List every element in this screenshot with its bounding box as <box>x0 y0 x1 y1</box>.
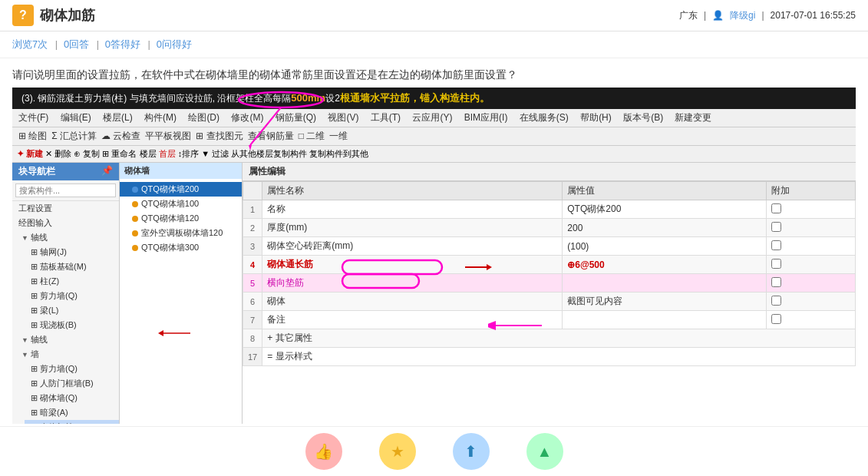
menu-bim[interactable]: BIM应用(I) <box>464 112 508 123</box>
prop-value-masonry-rebar[interactable]: ⊕6@500 <box>563 256 767 274</box>
sidebar-item-drawing-input[interactable]: 经图输入 <box>12 216 119 230</box>
toolbar-check[interactable]: ☁ 云检查 <box>101 130 140 143</box>
toolbar-flatview[interactable]: 平平板视图 <box>145 130 191 143</box>
table-row-highlighted2: 5 横向垫筋 <box>243 274 856 293</box>
toolbar-calc[interactable]: Σ 汇总计算 <box>51 130 97 143</box>
row-num-8: 8 <box>243 329 262 348</box>
toolbar-1d[interactable]: 一维 <box>329 130 348 143</box>
views-count[interactable]: 浏览7次 <box>12 38 48 50</box>
prop-item-qtq120[interactable]: QTQ砌体墙120 <box>120 211 242 226</box>
row-num-17: 17 <box>243 348 262 366</box>
prop-value-dist[interactable]: (100) <box>563 237 767 256</box>
sidebar-item-shear-wall[interactable]: ⊞ 剪力墙(Q) <box>25 362 119 376</box>
prop-value-horiz-rebar[interactable] <box>563 274 767 293</box>
sidebar-item-beam[interactable]: ⊞ 梁(L) <box>25 303 119 318</box>
sidebar-item-project-settings[interactable]: 工程设置 <box>12 201 119 216</box>
like-button[interactable]: 👍 <box>305 433 342 470</box>
toolbar-copy-to[interactable]: 复制构件到其他 <box>309 149 368 158</box>
menu-modify[interactable]: 修改(M) <box>231 112 263 123</box>
property-editor-title: 属性编辑 <box>243 163 856 181</box>
toolbar-new[interactable]: ✦ 新建 <box>17 149 43 158</box>
prop-item-qtq200[interactable]: QTQ砌体墙200 <box>120 182 242 197</box>
table-row-highlighted: 4 砌体通长筋 ⊕6@500 <box>243 256 856 274</box>
menu-cloud[interactable]: 云应用(Y) <box>412 112 452 123</box>
helpful-count[interactable]: 0问得好 <box>157 38 192 50</box>
prop-dot-orange4 <box>132 245 138 251</box>
prop-checkbox-4[interactable] <box>771 259 781 269</box>
sidebar-item-col[interactable]: ⊞ 柱(Z) <box>25 274 119 289</box>
sidebar-group-axis-inner: ⊞ 轴网(J) ⊞ 茄板基础(M) ⊞ 柱(Z) ⊞ 剪力墙(Q) ⊞ 梁(L)… <box>18 245 119 332</box>
sidebar-item-grid[interactable]: ⊞ 轴网(J) <box>25 245 119 259</box>
prop-item-label-qtq300: QTQ砌体墙300 <box>141 242 199 253</box>
prop-item-qtq100[interactable]: QTQ砌体墙100 <box>120 197 242 211</box>
star-button[interactable]: ★ <box>379 433 416 470</box>
toolbar-find[interactable]: ⊞ 查找图元 <box>196 130 243 143</box>
app-main: 块导航栏 📌 工程设置 经图输入 ▼轴线 ⊞ 轴网(J) ⊞ 茄 <box>12 163 856 424</box>
th-name: 属性名称 <box>262 182 563 200</box>
sidebar-item-blast-wall[interactable]: ⊞ 人防门框墙(B) <box>25 376 119 391</box>
menu-file[interactable]: 文件(F) <box>18 112 48 123</box>
toolbar-2d[interactable]: □ 二维 <box>299 130 325 143</box>
sidebar-group-wall-label[interactable]: ▼墙 <box>18 347 119 362</box>
toolbar-floor[interactable]: 楼层 <box>140 149 157 158</box>
answers-count[interactable]: 0回答 <box>64 38 89 50</box>
banner-highlight2: 根通墙水平拉筋，锚入构造柱内。 <box>340 92 490 104</box>
question-text: 请问说明里面的设置拉筋，在软件中式在砌体墙里的砌体通常筋里面设置还是在左边的砌体… <box>12 66 856 83</box>
sidebar-item-mat-found[interactable]: ⊞ 茄板基础(M) <box>25 259 119 274</box>
sidebar: 块导航栏 📌 工程设置 经图输入 ▼轴线 ⊞ 轴网(J) ⊞ 茄 <box>12 163 120 424</box>
toolbar-rebar[interactable]: 查看钢筋量 <box>248 130 294 143</box>
prop-display-style[interactable]: = 显示样式 <box>262 348 856 366</box>
toolbar-rename[interactable]: ⊞ 重命名 <box>102 149 137 158</box>
prop-dot-orange1 <box>132 201 138 207</box>
prop-value-remark[interactable] <box>563 311 767 329</box>
sidebar-item-slab[interactable]: ⊞ 现浇板(B) <box>25 318 119 332</box>
menu-rebar[interactable]: 钢筋量(Q) <box>276 112 316 123</box>
sidebar-item-masonry-wall[interactable]: ⊞ 砌体墙(Q) <box>25 391 119 405</box>
prop-value-name[interactable]: QTQ砌体200 <box>563 200 767 219</box>
username-label[interactable]: 降级gi <box>730 9 755 22</box>
toolbar-sort[interactable]: ↕排序 <box>178 149 200 158</box>
menu-help[interactable]: 帮助(H) <box>580 112 612 123</box>
prop-item-label-outdoor: 室外空调板砌体墙120 <box>141 227 223 239</box>
toolbar-delete[interactable]: ✕ 删除 <box>45 149 71 158</box>
toolbar-filter[interactable]: ▼ 过滤 <box>201 149 229 158</box>
menu-new-change[interactable]: 新建变更 <box>675 112 711 123</box>
prop-item-outdoor-120[interactable]: 室外空调板砌体墙120 <box>120 226 242 240</box>
menu-draw[interactable]: 绘图(D) <box>188 112 219 123</box>
prop-value-masonry[interactable]: 截图可见内容 <box>563 293 767 311</box>
menu-tools[interactable]: 工具(T) <box>371 112 401 123</box>
prop-dot-orange3 <box>132 230 138 236</box>
prop-checkbox-2[interactable] <box>771 222 781 232</box>
menu-online[interactable]: 在线服务(S) <box>520 112 569 123</box>
prop-value-thickness[interactable]: 200 <box>563 219 767 237</box>
sidebar-search-input[interactable] <box>15 183 116 197</box>
prop-checkbox-3[interactable] <box>771 240 781 250</box>
prop-item-qtq300[interactable]: QTQ砌体墙300 <box>120 240 242 255</box>
toolbar-draw[interactable]: ⊞ 绘图 <box>18 130 47 143</box>
menu-view[interactable]: 视图(V) <box>328 112 358 123</box>
menu-edit[interactable]: 编辑(E) <box>61 112 91 123</box>
menu-floor[interactable]: 楼层(L) <box>103 112 133 123</box>
sidebar-item-shear[interactable]: ⊞ 剪力墙(Q) <box>25 289 119 303</box>
menu-component[interactable]: 构件(M) <box>144 112 177 123</box>
prop-checkbox-1[interactable] <box>771 203 781 213</box>
sidebar-item-masonry-rebar[interactable]: ⊞ 砌体加筋(T) <box>25 420 119 424</box>
toolbar-copy[interactable]: ⊕ 复制 <box>74 149 100 158</box>
toolbar-first-floor[interactable]: 首层 <box>159 149 176 158</box>
sidebar-group-axisline-label[interactable]: ▼轴线 <box>18 332 119 347</box>
sidebar-item-hidden-beam[interactable]: ⊞ 暗梁(A) <box>25 405 119 420</box>
share-button[interactable]: ⬆ <box>453 433 490 470</box>
prop-other-attrs[interactable]: + 其它属性 <box>262 329 856 348</box>
prop-checkbox-5[interactable] <box>771 277 781 287</box>
menu-version[interactable]: 版本号(B) <box>623 112 663 123</box>
up-button[interactable]: ▲ <box>526 433 563 470</box>
app-toolbar: ⊞ 绘图 Σ 汇总计算 ☁ 云检查 平平板视图 ⊞ 查找图元 查看钢筋量 □ 二… <box>12 127 856 146</box>
header-meta: 广东 | 👤 降级gi | 2017-07-01 16:55:25 <box>679 9 856 22</box>
toolbar-copy-from[interactable]: 从其他楼层复制构件 <box>231 149 307 158</box>
good-answers-count[interactable]: 0答得好 <box>105 38 140 50</box>
sidebar-group-axis-label[interactable]: ▼轴线 <box>18 230 119 245</box>
prop-extra-rebar <box>767 256 856 274</box>
prop-checkbox-7[interactable] <box>771 314 781 324</box>
prop-checkbox-6[interactable] <box>771 296 781 306</box>
sidebar-pin-icon[interactable]: 📌 <box>101 165 113 178</box>
